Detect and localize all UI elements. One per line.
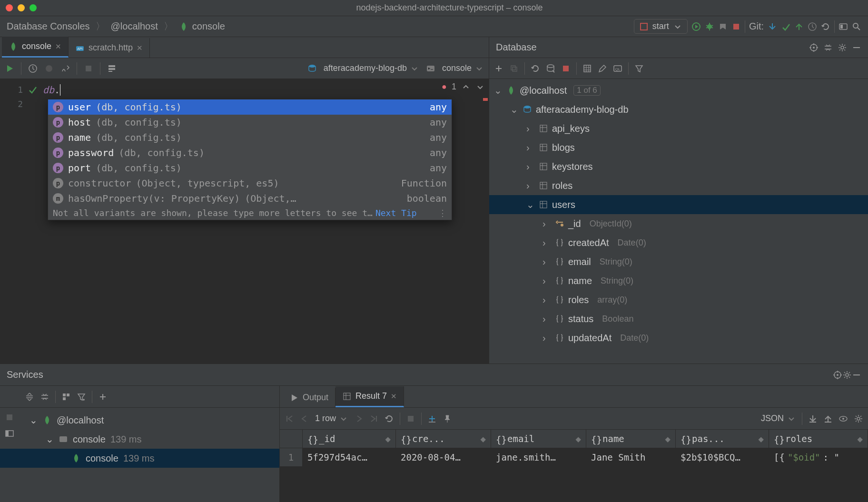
column-header[interactable]: {}name◆ — [586, 430, 676, 448]
chevron-right-icon[interactable]: › — [542, 218, 551, 229]
hide-panel-icon[interactable] — [852, 370, 861, 380]
update-project-icon[interactable] — [768, 22, 777, 31]
sort-icon[interactable]: ◆ — [385, 433, 391, 444]
close-tab-icon[interactable]: ✕ — [55, 42, 61, 51]
sort-icon[interactable]: ◆ — [665, 433, 671, 444]
autocomplete-item[interactable]: p user (db, config.ts) any — [48, 99, 452, 115]
column-header[interactable]: {}cre...◆ — [396, 430, 491, 448]
tree-field[interactable]: › name String(0) — [489, 271, 868, 290]
column-header[interactable]: {}email◆ — [491, 430, 586, 448]
autocomplete-item[interactable]: p name (db, config.ts) any — [48, 130, 452, 145]
run-config-selector[interactable]: start — [634, 19, 688, 34]
sort-icon[interactable]: ◆ — [481, 433, 486, 444]
gear-icon[interactable] — [838, 43, 847, 52]
add-service-icon[interactable] — [98, 392, 108, 402]
stop-query-icon[interactable] — [84, 64, 93, 73]
group-by-icon[interactable] — [61, 392, 71, 402]
run-icon[interactable] — [691, 22, 701, 31]
stop-service-icon[interactable] — [5, 413, 14, 422]
chevron-right-icon[interactable]: › — [542, 237, 551, 248]
tree-database[interactable]: ⌄ afteracademy-blog-db — [489, 100, 868, 119]
collapse-all-icon[interactable] — [40, 392, 49, 402]
column-header[interactable]: {}_id◆ — [303, 430, 396, 448]
chevron-right-icon[interactable]: › — [526, 161, 535, 172]
chevron-down-icon[interactable]: ⌄ — [510, 104, 519, 115]
console-selector[interactable]: console — [442, 63, 484, 73]
add-row-icon[interactable] — [427, 414, 437, 423]
edit-icon[interactable] — [598, 64, 607, 73]
breadcrumb[interactable]: @localhost — [111, 21, 158, 32]
service-node[interactable]: console 139 ms — [0, 449, 279, 468]
chevron-down-icon[interactable]: ⌄ — [30, 414, 38, 426]
export-icon[interactable] — [808, 414, 818, 423]
next-error-icon[interactable] — [475, 82, 485, 92]
column-header[interactable]: {}roles◆ — [769, 430, 868, 448]
autocomplete-item[interactable]: m hasOwnProperty(v: PropertyKey) (Object… — [48, 191, 452, 206]
column-header-index[interactable] — [280, 430, 303, 448]
row-pager[interactable]: 1 row — [315, 413, 348, 423]
chevron-right-icon[interactable]: › — [542, 314, 551, 325]
expand-all-icon[interactable] — [25, 392, 34, 402]
next-tip-link[interactable]: Next Tip — [375, 208, 417, 218]
refresh-icon[interactable] — [531, 64, 540, 73]
query-console-icon[interactable]: QL — [613, 64, 622, 73]
zoom-window-icon[interactable] — [30, 4, 37, 11]
execute-icon[interactable] — [5, 64, 14, 73]
push-icon[interactable] — [794, 22, 804, 31]
close-tab-icon[interactable]: ✕ — [391, 392, 397, 401]
tree-field[interactable]: › updatedAt Date(0) — [489, 328, 868, 347]
column-header[interactable]: {}pas...◆ — [676, 430, 769, 448]
filter-services-icon[interactable] — [77, 392, 86, 402]
query-history-icon[interactable] — [28, 64, 38, 73]
tab-result[interactable]: Result 7 ✕ — [335, 386, 404, 407]
ide-settings-icon[interactable] — [838, 22, 848, 31]
tree-field[interactable]: › createdAt Date(0) — [489, 233, 868, 252]
chevron-right-icon[interactable]: › — [542, 256, 551, 267]
tree-collection[interactable]: › blogs — [489, 138, 868, 157]
stop-icon[interactable] — [731, 22, 741, 31]
tree-collection-users[interactable]: ⌄ users — [489, 195, 868, 214]
autocomplete-item[interactable]: p host (db, config.ts) any — [48, 115, 452, 130]
tree-field[interactable]: › email String(0) — [489, 252, 868, 271]
chevron-right-icon[interactable]: › — [526, 142, 535, 153]
explain-plan-icon[interactable] — [107, 64, 117, 73]
close-window-icon[interactable] — [6, 4, 13, 11]
datasource-properties-icon[interactable] — [546, 64, 555, 73]
import-icon[interactable] — [823, 414, 833, 423]
chevron-down-icon[interactable]: ⌄ — [526, 199, 535, 210]
breadcrumb[interactable]: Database Consoles — [7, 21, 90, 32]
editor-tab-console[interactable]: console ✕ — [2, 37, 69, 58]
gear-icon[interactable] — [842, 370, 852, 380]
coverage-icon[interactable] — [718, 22, 728, 31]
tree-collection[interactable]: › api_keys — [489, 119, 868, 138]
last-page-icon[interactable] — [369, 414, 379, 423]
next-page-icon[interactable] — [354, 414, 364, 423]
stop-icon[interactable] — [406, 414, 415, 423]
search-everywhere-icon[interactable] — [852, 22, 861, 31]
table-row[interactable]: 1 5f297d54ac… 2020-08-04… jane.smith… Ja… — [280, 448, 868, 466]
gear-icon[interactable] — [854, 414, 863, 423]
datasource-selector[interactable]: afteracademy-blog-db — [324, 63, 419, 73]
rollback-icon[interactable] — [821, 22, 830, 31]
tree-collection[interactable]: › keystores — [489, 157, 868, 176]
add-datasource-icon[interactable] — [494, 64, 503, 73]
service-node[interactable]: ⌄ console 139 ms — [0, 430, 279, 449]
chevron-right-icon[interactable]: › — [526, 180, 535, 191]
duplicate-icon[interactable] — [509, 64, 519, 73]
disconnect-icon[interactable] — [561, 64, 571, 73]
chevron-right-icon[interactable]: › — [526, 123, 535, 134]
tree-collection[interactable]: › roles — [489, 176, 868, 195]
settings-icon[interactable] — [60, 64, 70, 73]
editor-tab-scratch[interactable]: API scratch.http ✕ — [69, 38, 150, 58]
target-icon[interactable] — [809, 43, 819, 52]
layout-icon[interactable] — [5, 429, 14, 438]
error-stripe[interactable] — [483, 98, 488, 101]
target-icon[interactable] — [833, 370, 842, 380]
tree-field[interactable]: › _id ObjectId(0) — [489, 214, 868, 233]
cell[interactable]: [{"$oid": " — [769, 448, 868, 466]
chevron-down-icon[interactable]: ⌄ — [46, 433, 54, 445]
chevron-right-icon[interactable]: › — [542, 333, 551, 344]
view-icon[interactable] — [838, 414, 848, 423]
cell[interactable]: Jane Smith — [586, 448, 676, 466]
sort-icon[interactable]: ◆ — [858, 433, 863, 444]
